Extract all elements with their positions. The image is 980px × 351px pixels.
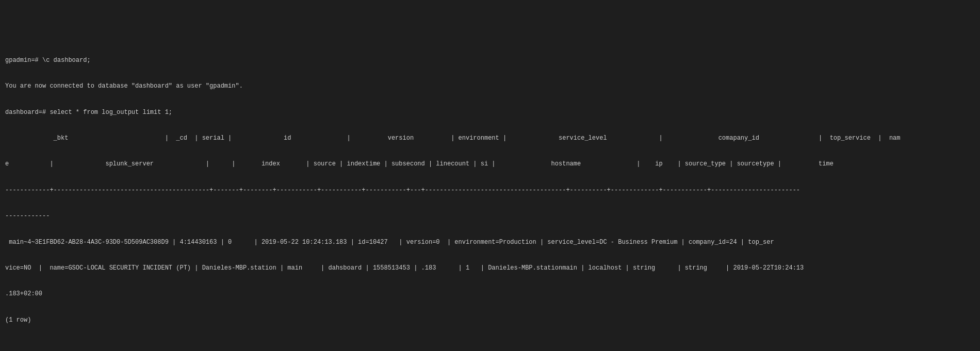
- line-6: ------------+---------------------------…: [5, 186, 975, 195]
- line-8: main~4~3E1FBD62-AB28-4A3C-93D0-5D509AC30…: [5, 238, 975, 247]
- line-1: gpadmin=# \c dashboard;: [5, 56, 975, 65]
- line-2: You are now connected to database "dashb…: [5, 82, 975, 91]
- line-4: _bkt | _cd | serial | id | version | env…: [5, 134, 975, 143]
- terminal-content: gpadmin=# \c dashboard; You are now conn…: [5, 39, 975, 351]
- line-7: ------------: [5, 212, 975, 221]
- line-3: dashboard=# select * from log_output lim…: [5, 108, 975, 117]
- line-10: .183+02:00: [5, 290, 975, 298]
- line-12: [5, 342, 975, 350]
- line-11: (1 row): [5, 316, 975, 325]
- line-9: vice=NO | name=GSOC-LOCAL SECURITY INCID…: [5, 264, 975, 273]
- line-5: e | splunk_server | | index | source | i…: [5, 160, 975, 169]
